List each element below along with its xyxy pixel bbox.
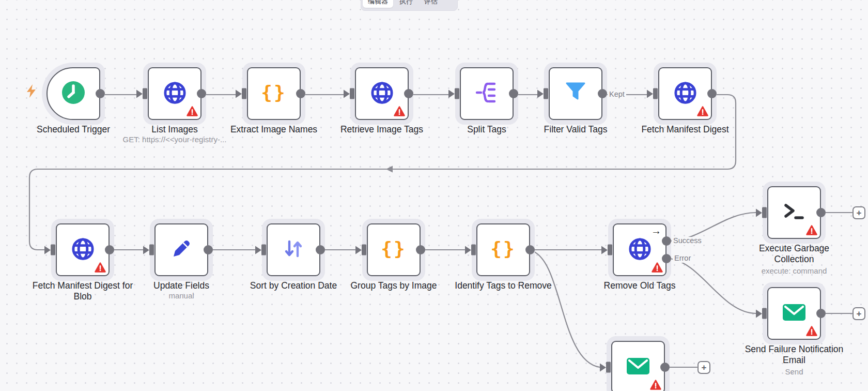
node-filter-valid-tags[interactable]: Filter Valid Tags bbox=[549, 67, 602, 120]
connection-label-error: Error bbox=[673, 254, 692, 263]
input-port[interactable] bbox=[471, 245, 476, 255]
tab-editor[interactable]: 编辑器 bbox=[363, 0, 393, 8]
node-label: Fetch Manifest Digest bbox=[641, 124, 729, 135]
flow-arrow bbox=[386, 166, 393, 173]
input-port[interactable] bbox=[242, 88, 246, 99]
output-port-error[interactable] bbox=[662, 254, 671, 263]
output-port[interactable] bbox=[316, 245, 325, 254]
connections-layer bbox=[0, 0, 868, 391]
warning-icon bbox=[95, 262, 106, 273]
node-send-email-bottom[interactable] bbox=[611, 341, 665, 391]
warning-icon bbox=[806, 326, 817, 336]
terminal-icon bbox=[783, 203, 805, 222]
input-port[interactable] bbox=[261, 245, 266, 255]
node-execute-garbage-collection[interactable]: Execute Garbage Collection execute: comm… bbox=[767, 186, 821, 239]
add-node-button[interactable]: + bbox=[853, 206, 865, 219]
output-port[interactable] bbox=[296, 89, 305, 98]
warning-icon bbox=[394, 106, 405, 116]
node-send-failure-notification-email[interactable]: Send Failure Notification Email Send bbox=[767, 287, 821, 340]
connection-label-kept: Kept bbox=[608, 91, 626, 99]
output-port[interactable] bbox=[404, 89, 413, 98]
add-node-button[interactable]: + bbox=[853, 307, 865, 320]
envelope-icon bbox=[626, 357, 650, 378]
node-label: Identify Tags to Remove bbox=[455, 280, 551, 291]
output-port[interactable] bbox=[707, 89, 717, 98]
globe-icon bbox=[370, 81, 394, 107]
input-port[interactable] bbox=[350, 88, 354, 99]
connection-edge[interactable] bbox=[530, 250, 600, 367]
input-port[interactable] bbox=[362, 245, 366, 255]
input-port[interactable] bbox=[51, 245, 55, 255]
node-list-images[interactable]: List Images GET: https://<<your-registry… bbox=[148, 67, 202, 120]
input-port[interactable] bbox=[143, 88, 147, 99]
output-port[interactable] bbox=[509, 89, 518, 98]
output-port[interactable] bbox=[598, 89, 607, 98]
input-port[interactable] bbox=[544, 88, 548, 99]
globe-icon bbox=[673, 81, 698, 107]
input-port[interactable] bbox=[762, 308, 767, 319]
input-port[interactable] bbox=[606, 362, 611, 373]
warning-icon bbox=[187, 106, 198, 116]
node-update-fields[interactable]: Update Fields manual bbox=[154, 223, 208, 276]
output-port[interactable] bbox=[816, 208, 826, 217]
output-port[interactable] bbox=[105, 245, 114, 254]
globe-icon bbox=[163, 81, 187, 107]
input-port[interactable] bbox=[455, 88, 459, 99]
split-out-icon bbox=[475, 81, 499, 107]
node-scheduled-trigger[interactable]: Scheduled Trigger bbox=[47, 67, 100, 120]
node-fetch-manifest-digest-for-blob[interactable]: Fetch Manifest Digest for Blob bbox=[56, 223, 110, 276]
node-label: Extract Image Names bbox=[230, 124, 317, 135]
node-identify-tags-to-remove[interactable]: {} Identify Tags to Remove bbox=[476, 223, 530, 276]
node-label: Scheduled Trigger bbox=[37, 124, 110, 135]
node-label: Execute Garbage Collection bbox=[752, 243, 837, 264]
node-label: Retrieve Image Tags bbox=[340, 124, 423, 135]
node-subtitle: manual bbox=[168, 291, 194, 300]
node-fetch-manifest-digest[interactable]: Fetch Manifest Digest bbox=[658, 67, 712, 120]
warning-icon bbox=[652, 262, 663, 273]
pencil-icon bbox=[170, 237, 193, 262]
output-port[interactable] bbox=[816, 309, 826, 318]
tab-evaluations[interactable]: 评估 bbox=[419, 0, 443, 8]
node-label: Filter Valid Tags bbox=[544, 124, 608, 135]
output-port[interactable] bbox=[416, 245, 425, 254]
output-port[interactable] bbox=[660, 363, 670, 372]
node-label: Send Failure Notification Email bbox=[739, 344, 849, 365]
node-split-tags[interactable]: Split Tags bbox=[460, 67, 514, 120]
node-label: Fetch Manifest Digest for Blob bbox=[26, 280, 139, 302]
node-label: Group Tags by Image bbox=[351, 280, 437, 291]
tab-executions[interactable]: 执行 bbox=[394, 0, 418, 8]
output-port[interactable] bbox=[204, 245, 213, 254]
node-sort-by-creation-date[interactable]: Sort by Creation Date bbox=[267, 223, 320, 276]
output-port[interactable] bbox=[96, 89, 105, 98]
input-port[interactable] bbox=[653, 88, 658, 99]
clock-icon bbox=[61, 81, 85, 107]
node-group-tags-by-image[interactable]: {} Group Tags by Image bbox=[367, 223, 421, 276]
node-label: Update Fields bbox=[153, 280, 209, 291]
connection-edge-error[interactable] bbox=[670, 259, 756, 313]
warning-icon bbox=[650, 380, 661, 390]
input-port[interactable] bbox=[762, 207, 767, 218]
input-port[interactable] bbox=[149, 245, 154, 255]
node-label: Remove Old Tags bbox=[604, 280, 676, 291]
node-label: Split Tags bbox=[467, 124, 506, 135]
node-label: Sort by Creation Date bbox=[250, 280, 337, 291]
sort-arrows-icon bbox=[282, 237, 305, 262]
node-retrieve-image-tags[interactable]: Retrieve Image Tags bbox=[355, 67, 409, 120]
add-node-button[interactable]: + bbox=[698, 361, 710, 374]
output-port[interactable] bbox=[197, 89, 206, 98]
envelope-icon bbox=[782, 303, 806, 324]
node-extract-image-names[interactable]: {} Extract Image Names bbox=[247, 67, 301, 120]
output-port[interactable] bbox=[525, 245, 535, 254]
braces-icon: {} bbox=[490, 239, 516, 258]
node-label: List Images bbox=[151, 124, 197, 135]
output-port-success[interactable] bbox=[662, 236, 671, 246]
braces-icon: {} bbox=[381, 239, 406, 258]
filter-funnel-icon bbox=[564, 81, 587, 106]
warning-icon bbox=[697, 106, 708, 116]
node-subtitle: GET: https://<<your-registry-... bbox=[123, 135, 227, 144]
node-remove-old-tags[interactable]: → Remove Old Tags bbox=[613, 223, 667, 276]
input-port[interactable] bbox=[608, 245, 612, 255]
retry-arrow-icon: → bbox=[651, 225, 661, 236]
node-subtitle: execute: command bbox=[762, 266, 827, 275]
workflow-canvas[interactable]: 编辑器 执行 评估 Scheduled Trigger List Images … bbox=[0, 0, 868, 391]
